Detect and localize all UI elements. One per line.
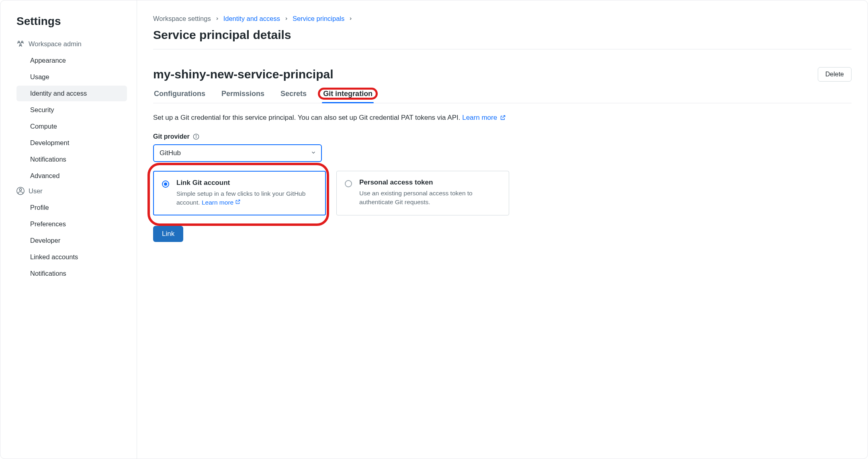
tab-configurations[interactable]: Configurations <box>153 86 206 103</box>
sidebar-item-preferences[interactable]: Preferences <box>16 216 127 232</box>
sidebar-item-developer[interactable]: Developer <box>16 233 127 248</box>
radio-icon <box>345 180 352 187</box>
link-button[interactable]: Link <box>153 226 183 242</box>
learn-more-link[interactable]: Learn more <box>462 114 506 121</box>
auth-option-title: Link Git account <box>176 179 317 187</box>
sidebar-item-security[interactable]: Security <box>16 102 127 118</box>
chevron-right-icon <box>284 15 289 23</box>
tab-permissions[interactable]: Permissions <box>221 86 265 103</box>
chevron-right-icon <box>215 15 219 23</box>
auth-option-desc: Simple setup in a few clicks to link you… <box>176 189 317 207</box>
git-provider-value[interactable]: GitHub <box>153 144 322 162</box>
page-title: Service principal details <box>153 28 852 42</box>
sidebar-title: Settings <box>16 15 127 28</box>
settings-sidebar: Settings Workspace adminAppearanceUsageI… <box>0 0 137 459</box>
svg-point-7 <box>196 135 196 135</box>
external-link-icon <box>500 115 506 123</box>
auth-option-desc: Use an existing personal access token to… <box>359 189 501 207</box>
auth-option-link-git-account[interactable]: Link Git accountSimple setup in a few cl… <box>153 171 326 215</box>
entity-name: my-shiny-new-service-principal <box>153 68 333 81</box>
breadcrumb-item[interactable]: Service principals <box>293 15 344 23</box>
sidebar-section-label: Workspace admin <box>29 40 82 48</box>
description-text: Set up a Git credential for this service… <box>153 114 462 121</box>
git-provider-select[interactable]: GitHub <box>153 144 322 162</box>
auth-method-options: Link Git accountSimple setup in a few cl… <box>153 171 852 215</box>
info-icon <box>193 133 199 140</box>
sidebar-section-header: Workspace admin <box>16 40 127 48</box>
sidebar-item-notifications[interactable]: Notifications <box>16 266 127 281</box>
divider <box>153 49 852 49</box>
sidebar-item-usage[interactable]: Usage <box>16 69 127 85</box>
git-provider-label-text: Git provider <box>153 133 190 140</box>
delete-button[interactable]: Delete <box>818 67 852 82</box>
workspace-admin-icon <box>16 40 25 48</box>
chevron-right-icon <box>348 15 353 23</box>
sidebar-item-compute[interactable]: Compute <box>16 119 127 134</box>
external-link-icon <box>235 199 241 206</box>
git-provider-label: Git provider <box>153 133 852 140</box>
sidebar-section-label: User <box>29 187 43 195</box>
sidebar-item-identity-and-access[interactable]: Identity and access <box>16 86 127 101</box>
breadcrumb: Workspace settingsIdentity and accessSer… <box>153 15 852 23</box>
auth-option-title: Personal access token <box>359 178 501 186</box>
learn-more-link[interactable]: Learn more <box>202 199 241 206</box>
highlight-ring: Git integration <box>318 88 378 100</box>
git-integration-description: Set up a Git credential for this service… <box>153 114 852 123</box>
main-content: Workspace settingsIdentity and accessSer… <box>137 0 868 459</box>
sidebar-item-linked-accounts[interactable]: Linked accounts <box>16 249 127 265</box>
sidebar-item-development[interactable]: Development <box>16 135 127 151</box>
sidebar-item-profile[interactable]: Profile <box>16 200 127 215</box>
sidebar-item-appearance[interactable]: Appearance <box>16 53 127 68</box>
auth-option-personal-access-token[interactable]: Personal access tokenUse an existing per… <box>336 171 509 215</box>
breadcrumb-item[interactable]: Identity and access <box>223 15 280 23</box>
breadcrumb-item: Workspace settings <box>153 15 211 23</box>
sidebar-item-notifications[interactable]: Notifications <box>16 152 127 167</box>
sidebar-item-advanced[interactable]: Advanced <box>16 168 127 184</box>
svg-point-3 <box>19 189 21 191</box>
user-icon <box>16 187 25 195</box>
sidebar-section-header: User <box>16 187 127 195</box>
learn-more-label: Learn more <box>462 114 497 121</box>
auth-option-wrap: Link Git accountSimple setup in a few cl… <box>153 171 326 215</box>
tab-secrets[interactable]: Secrets <box>280 86 307 103</box>
tabs: ConfigurationsPermissionsSecretsGit inte… <box>153 86 852 103</box>
auth-option-wrap: Personal access tokenUse an existing per… <box>336 171 509 215</box>
tab-git-integration[interactable]: Git integration <box>322 86 374 103</box>
radio-icon <box>162 180 169 188</box>
